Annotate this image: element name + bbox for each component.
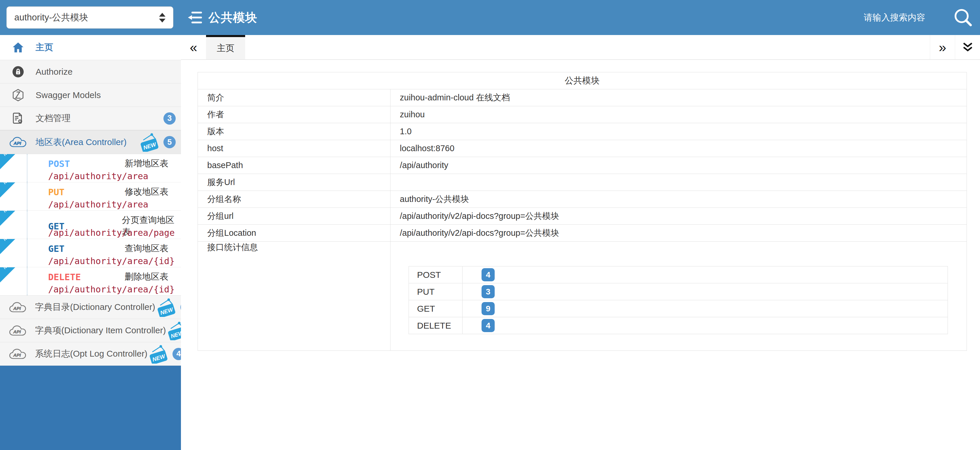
table-row: 服务Url xyxy=(198,174,967,191)
table-row: 作者 zuihou xyxy=(198,106,967,123)
stats-method: GET xyxy=(409,300,463,317)
new-ribbon-icon: NEW xyxy=(0,267,15,283)
sidebar-item-swagger-models[interactable]: Swagger Models xyxy=(0,83,181,107)
table-caption-row: 公共模块 xyxy=(198,72,967,89)
new-tag-icon xyxy=(166,321,181,340)
row-value xyxy=(390,174,967,191)
tree-guide-line xyxy=(27,267,27,295)
sidebar: 主页 Authorize Swagger Models xyxy=(0,35,181,450)
stats-method: PUT xyxy=(409,283,463,300)
swagger-models-icon xyxy=(9,88,27,102)
sidebar-item-authorize[interactable]: Authorize xyxy=(0,60,181,83)
search-icon[interactable] xyxy=(953,8,973,27)
tab-home[interactable]: 主页 xyxy=(206,35,245,59)
search-input[interactable] xyxy=(803,13,925,22)
table-row: 分组名称 authority-公共模块 xyxy=(198,191,967,208)
tab-collapse-icon[interactable] xyxy=(955,35,980,59)
swagger-bootstrap-ui-app: authority-公共模块 公共模块 xyxy=(0,0,980,450)
api-label: 新增地区表 xyxy=(125,157,169,170)
api-path: /api/authority/area xyxy=(48,199,148,210)
tree-guide-line xyxy=(27,182,27,210)
sidebar-item-label: Authorize xyxy=(36,67,176,77)
api-count-badge: 5 xyxy=(164,136,176,148)
table-title: 公共模块 xyxy=(198,72,967,89)
stats-count-badge: 9 xyxy=(482,302,495,315)
cloud-api-icon xyxy=(9,301,27,313)
tab-scroll-left-icon[interactable]: « xyxy=(181,35,206,59)
method-stats-table: POST 4 PUT 3 GET 9 DELETE xyxy=(409,266,948,334)
api-count-badge: 4 xyxy=(172,348,181,360)
row-value: zuihou-admin-cloud 在线文档 xyxy=(390,89,967,106)
row-value: zuihou xyxy=(390,106,967,123)
row-label: 服务Url xyxy=(198,174,390,191)
stats-method: DELETE xyxy=(409,317,463,334)
sidebar-item-home[interactable]: 主页 xyxy=(0,35,181,60)
sidebar-item-label: Swagger Models xyxy=(36,90,176,100)
api-item-post-area[interactable]: NEW POST 新增地区表 /api/authority/area xyxy=(0,154,181,182)
stats-row: GET 9 xyxy=(409,300,948,317)
row-label: basePath xyxy=(198,157,390,174)
tab-scroll-right-icon[interactable]: » xyxy=(930,35,955,59)
row-label: 接口统计信息 xyxy=(198,242,390,351)
page-title: 公共模块 xyxy=(208,10,258,26)
row-label: 分组url xyxy=(198,208,390,225)
row-value: authority-公共模块 xyxy=(390,191,967,208)
api-label: 删除地区表 xyxy=(125,271,169,283)
main-content: 公共模块 简介 zuihou-admin-cloud 在线文档 作者 zuiho… xyxy=(181,60,980,450)
home-icon xyxy=(9,41,27,54)
http-method: POST xyxy=(48,159,125,169)
stats-count-badge: 3 xyxy=(482,285,495,298)
row-label: 分组名称 xyxy=(198,191,390,208)
new-tag-icon xyxy=(138,132,159,152)
table-row: 分组Location /api/authority/v2/api-docs?gr… xyxy=(198,225,967,242)
new-tag-icon xyxy=(147,344,169,364)
row-label: 版本 xyxy=(198,123,390,140)
stats-cell: POST 4 PUT 3 GET 9 DELETE xyxy=(390,242,967,351)
api-path: /api/authority/area/page xyxy=(48,227,175,238)
search-area xyxy=(803,0,980,35)
stats-row: POST 4 xyxy=(409,266,948,283)
tree-guide-line xyxy=(27,211,27,239)
new-tag-icon xyxy=(155,298,176,317)
sidebar-item-dictionary-item-controller[interactable]: 字典项(Dictionary Item Controller) 6 xyxy=(0,319,181,342)
stats-count-badge: 4 xyxy=(482,319,495,332)
tab-bar: « 主页 » xyxy=(181,35,980,60)
select-spinner-icon xyxy=(159,13,165,22)
api-path: /api/authority/area/{id} xyxy=(48,284,175,294)
api-item-get-area-page[interactable]: NEW GET 分页查询地区表 /api/authority/area/page xyxy=(0,211,181,239)
api-count-badge: 3 xyxy=(164,112,176,125)
sidebar-item-label: 字典目录(Dictionary Controller) xyxy=(35,301,155,313)
row-value: localhost:8760 xyxy=(390,140,967,157)
sidebar-item-label: 文档管理 xyxy=(36,112,97,124)
outdent-lines-icon xyxy=(187,10,204,25)
tree-guide-line xyxy=(27,154,27,182)
sidebar-item-label: 主页 xyxy=(36,41,176,53)
table-row: 版本 1.0 xyxy=(198,123,967,140)
table-row: basePath /api/authority xyxy=(198,157,967,174)
group-info-table: 公共模块 简介 zuihou-admin-cloud 在线文档 作者 zuiho… xyxy=(197,72,967,351)
sidebar-item-label: 系统日志(Opt Log Controller) xyxy=(35,348,147,360)
tree-guide-line xyxy=(27,239,27,267)
api-item-delete-area[interactable]: NEW DELETE 删除地区表 /api/authority/area/{id… xyxy=(0,267,181,296)
cloud-api-icon xyxy=(9,136,27,148)
cloud-api-icon xyxy=(9,348,27,360)
api-item-get-area-id[interactable]: NEW GET 查询地区表 /api/authority/area/{id} xyxy=(0,239,181,267)
api-item-put-area[interactable]: NEW PUT 修改地区表 /api/authority/area xyxy=(0,182,181,211)
new-ribbon-icon: NEW xyxy=(0,182,15,197)
sidebar-item-area-controller[interactable]: 地区表(Area Controller) 5 xyxy=(0,130,181,154)
http-method: GET xyxy=(48,243,125,254)
row-value: /api/authority xyxy=(390,157,967,174)
row-label: 简介 xyxy=(198,89,390,106)
api-path: /api/authority/area xyxy=(48,171,148,181)
table-row-stats: 接口统计信息 POST 4 PUT 3 GET xyxy=(198,242,967,351)
row-label: 作者 xyxy=(198,106,390,123)
row-label: 分组Location xyxy=(198,225,390,242)
cloud-api-icon xyxy=(9,324,27,337)
sidebar-item-opt-log-controller[interactable]: 系统日志(Opt Log Controller) 4 xyxy=(0,342,181,366)
sidebar-item-dictionary-controller[interactable]: 字典目录(Dictionary Controller) 5 xyxy=(0,296,181,319)
stats-row: DELETE 4 xyxy=(409,317,948,334)
table-row: 分组url /api/authority/v2/api-docs?group=公… xyxy=(198,208,967,225)
api-group-select-value: authority-公共模块 xyxy=(14,11,156,24)
api-group-select[interactable]: authority-公共模块 xyxy=(6,6,173,29)
sidebar-item-doc-manage[interactable]: 文档管理 3 xyxy=(0,107,181,130)
